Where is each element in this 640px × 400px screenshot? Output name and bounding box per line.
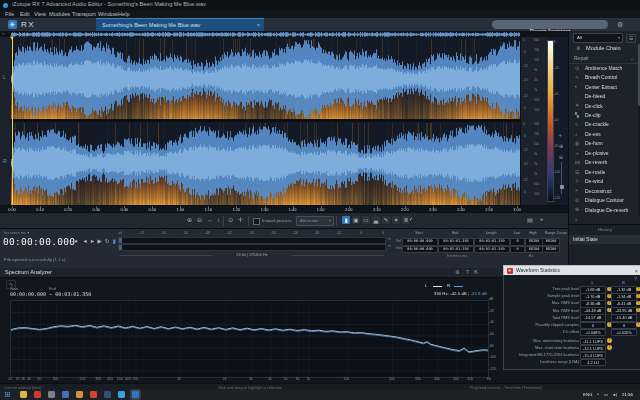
repair-assistant-button[interactable]: Repair Assistant: [492, 20, 608, 29]
tray-clock[interactable]: 21:56: [622, 393, 633, 397]
taskbar-app-icon[interactable]: [34, 391, 41, 398]
zoom-in-icon[interactable]: ⊕: [187, 217, 192, 223]
harmonic-selection-tool[interactable]: ≣: [402, 216, 410, 224]
selection-value[interactable]: 88200: [525, 246, 543, 253]
module-item-de-crackle[interactable]: ≈De-crackle: [569, 121, 640, 130]
output-routing-button[interactable]: ▮: [113, 239, 116, 245]
menu-item-transport[interactable]: Transport: [72, 12, 96, 18]
module-item-center-extract[interactable]: ◐Center Extract: [569, 83, 640, 92]
layout-icon[interactable]: ▤: [527, 217, 533, 223]
waveform-spectrogram-canvas[interactable]: [11, 37, 520, 205]
taskbar-app-icon[interactable]: [76, 391, 83, 398]
repair-section-header[interactable]: Repair ⌄: [569, 55, 640, 64]
taskbar-app-icon[interactable]: [62, 391, 69, 398]
gear-icon[interactable]: ⚙: [455, 270, 459, 275]
module-item-de-ess[interactable]: ♪De-ess: [569, 130, 640, 139]
zoom-fit-horizontal-icon[interactable]: ↔: [207, 217, 213, 223]
start-button[interactable]: ⊞: [4, 391, 11, 399]
menu-item-help[interactable]: Help: [118, 12, 130, 18]
channel-label-left[interactable]: L: [3, 75, 6, 80]
help-icon[interactable]: ?: [466, 270, 469, 275]
time-selection-tool[interactable]: ▮: [342, 216, 350, 224]
channel-label-right[interactable]: R: [3, 159, 7, 164]
taskbar-app-icon[interactable]: [118, 391, 125, 398]
tray-language[interactable]: ENG: [583, 393, 593, 397]
zoom-slider-thumb[interactable]: [560, 185, 564, 189]
selection-value[interactable]: 88200: [525, 238, 543, 245]
play-button[interactable]: ▶: [97, 239, 101, 245]
menu-item-edit[interactable]: Edit: [20, 12, 30, 18]
taskbar-app-icon[interactable]: [90, 391, 97, 398]
menu-item-window[interactable]: Window: [98, 12, 118, 18]
module-item-breath-control[interactable]: ∿Breath Control: [569, 73, 640, 82]
frequency-selection-tool[interactable]: ▭: [362, 216, 370, 224]
module-item-dialogue-contour[interactable]: ⊘Dialogue Contour: [569, 196, 640, 205]
process-mode-dropdown[interactable]: Attenuate ▾: [296, 216, 334, 226]
pin-icon[interactable]: ⇱: [474, 270, 478, 275]
go-to-start-button[interactable]: ◄: [82, 239, 88, 245]
monitor-button[interactable]: ∩: [67, 239, 71, 245]
module-item-dialogue-de-reverb[interactable]: ⊗Dialogue De-reverb: [569, 206, 640, 215]
tray-display-icon[interactable]: ▭: [604, 393, 608, 397]
magnify-icon[interactable]: ⊙: [228, 217, 233, 223]
lasso-selection-tool[interactable]: ◛: [372, 216, 380, 224]
menu-item-modules[interactable]: Modules: [49, 12, 70, 18]
taskbar-app-icon[interactable]: [132, 391, 139, 398]
selection-value[interactable]: 0: [510, 238, 525, 245]
taskbar-app-icon[interactable]: [104, 391, 111, 398]
menu-item-view[interactable]: View: [34, 12, 46, 18]
selection-value[interactable]: 0: [510, 246, 525, 253]
tray-volume-icon[interactable]: ◄): [612, 393, 617, 397]
record-button[interactable]: ●: [75, 239, 78, 245]
playhead-line[interactable]: [12, 37, 13, 205]
zoom-plus-icon[interactable]: ⊕: [559, 144, 563, 149]
module-item-ambience-match[interactable]: ⊙Ambience Match: [569, 64, 640, 73]
close-icon[interactable]: ×: [634, 268, 638, 274]
selection-value[interactable]: 88200: [542, 246, 560, 253]
selection-value[interactable]: 00:03:01.350: [474, 238, 510, 245]
selection-value[interactable]: 00:00:00.000: [402, 238, 438, 245]
instant-process-checkbox[interactable]: [253, 218, 260, 225]
module-item-de-hum[interactable]: ◍De-hum: [569, 140, 640, 149]
module-item-de-wind[interactable]: ⚐De-wind: [569, 177, 640, 186]
file-tab[interactable]: Something's Been Making Me Blue.wav ×: [96, 18, 264, 32]
tray-chevron-icon[interactable]: ^: [597, 393, 599, 397]
taskbar-app-icon[interactable]: [48, 391, 55, 398]
module-chain-item[interactable]: ≣ Module Chain: [569, 44, 640, 53]
magic-wand-tool[interactable]: ✦: [392, 216, 400, 224]
menu-item-file[interactable]: File: [5, 12, 14, 18]
brush-selection-tool[interactable]: ✎: [382, 216, 390, 224]
overview-waveform[interactable]: [11, 32, 520, 37]
module-item-de-rustle[interactable]: ☰De-rustle: [569, 168, 640, 177]
module-item-deconstruct[interactable]: ◓Deconstruct: [569, 187, 640, 196]
time-frequency-selection-tool[interactable]: ▣: [352, 216, 360, 224]
taskbar-app-icon[interactable]: [20, 391, 27, 398]
history-item[interactable]: Initial State: [569, 235, 640, 244]
zoom-fit-vertical-icon[interactable]: ↕: [217, 217, 220, 223]
vertical-zoom-slider[interactable]: [561, 162, 562, 194]
go-to-end-button[interactable]: ►: [90, 239, 96, 245]
module-item-de-click[interactable]: ✶De-click: [569, 102, 640, 111]
selection-value[interactable]: 00:00:00.000: [402, 246, 438, 253]
spectrogram-colorbar[interactable]: [547, 40, 554, 202]
selection-value[interactable]: 00:03:01.350: [438, 246, 474, 253]
selection-value[interactable]: 00:03:01.350: [474, 246, 510, 253]
module-item-de-bleed[interactable]: ◌De-bleed: [569, 92, 640, 101]
selection-value[interactable]: 00:03:01.350: [438, 238, 474, 245]
locate-icon[interactable]: ⌖: [540, 217, 543, 223]
crosshair-icon[interactable]: ⌖: [559, 133, 562, 138]
selection-value[interactable]: 88200: [542, 238, 560, 245]
zoom-minus-icon[interactable]: ⊖: [559, 155, 563, 160]
more-modules-icon[interactable]: ›: [575, 216, 577, 222]
tab-close-icon[interactable]: ×: [256, 22, 260, 28]
zoom-out-icon[interactable]: ⊖: [197, 217, 202, 223]
spectrum-plot[interactable]: [10, 300, 489, 378]
loop-button[interactable]: ↻: [105, 239, 110, 245]
list-view-icon[interactable]: ☰: [626, 34, 636, 43]
overview-close-icon[interactable]: ×: [2, 32, 4, 36]
module-item-de-reverb[interactable]: ⋈De-reverb: [569, 159, 640, 168]
module-item-de-clip[interactable]: ▚De-clip: [569, 111, 640, 120]
module-filter-dropdown[interactable]: All ▾: [573, 33, 623, 43]
settings-wrench-icon[interactable]: ⚙: [617, 21, 623, 28]
module-item-de-plosive[interactable]: ∻De-plosive: [569, 149, 640, 158]
